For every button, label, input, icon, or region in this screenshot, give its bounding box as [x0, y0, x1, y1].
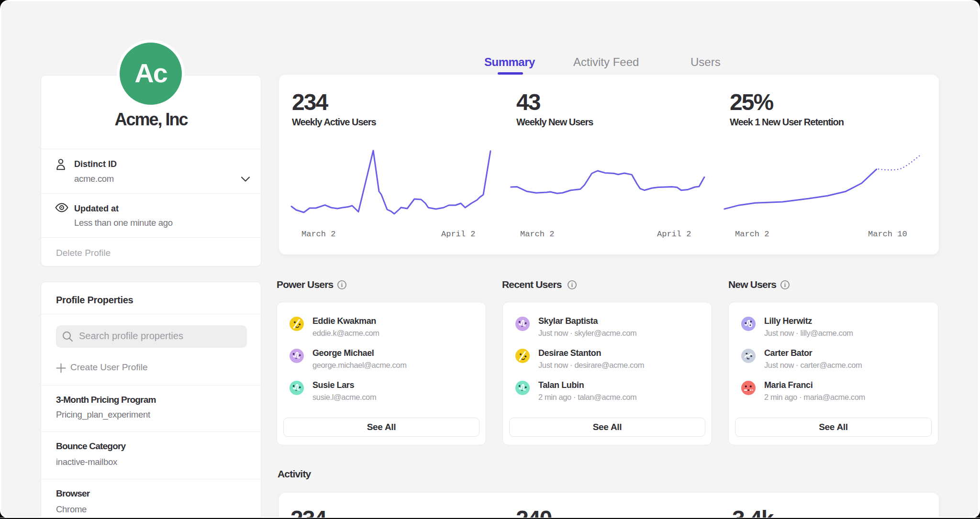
svg-text:i: i: [341, 281, 343, 288]
svg-text:i: i: [571, 281, 573, 288]
svg-text:i: i: [784, 281, 786, 288]
